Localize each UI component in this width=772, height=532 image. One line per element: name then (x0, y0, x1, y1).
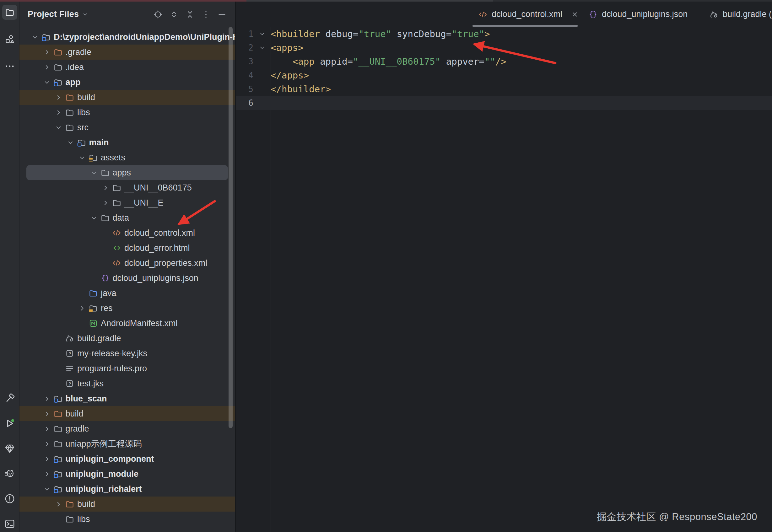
locate-file-button[interactable] (153, 10, 163, 19)
tree-item-build-gradle[interactable]: build.gradle (19, 331, 235, 346)
chevron-right-icon[interactable] (43, 455, 53, 463)
tab-build-gradle-app[interactable]: build.gradle (:app) (697, 2, 772, 27)
chevron-right-icon[interactable] (102, 184, 112, 192)
tree-item-app[interactable]: app (19, 75, 235, 90)
tree-item-dcloud-control-xml[interactable]: dcloud_control.xml (19, 225, 235, 240)
tab-label: dcloud_uniplugins.json (602, 9, 688, 19)
chevron-right-icon[interactable] (43, 425, 53, 433)
chevron-right-icon[interactable] (43, 63, 53, 71)
terminal-tool-button[interactable] (4, 518, 15, 529)
folder-module-icon (53, 469, 63, 479)
tree-item-label: .gradle (66, 47, 92, 57)
more-tool-windows-button[interactable] (4, 61, 15, 72)
chevron-right-icon[interactable] (55, 530, 65, 530)
project-view-selector[interactable]: Project Files (28, 9, 79, 19)
code-line-5[interactable]: 5</hbuilder> (236, 82, 772, 96)
chevron-down-icon[interactable] (90, 169, 100, 177)
fold-chevron-icon[interactable] (253, 30, 271, 37)
tree-item-uni-e[interactable]: __UNI__E (19, 195, 235, 210)
tree-item-androidmanifest-xml[interactable]: AndroidManifest.xml (19, 316, 235, 331)
chevron-down-icon[interactable] (43, 485, 53, 493)
tree-item-my-release-key-jks[interactable]: my-release-key.jks (19, 346, 235, 361)
tree-item-data[interactable]: data (19, 210, 235, 225)
code-text: <hbuilder debug="true" syncDebug="true"> (271, 29, 490, 39)
expand-all-button[interactable] (169, 10, 179, 19)
line-number: 2 (236, 43, 253, 52)
tree-item-dcloud-properties-xml[interactable]: dcloud_properties.xml (19, 255, 235, 271)
code-line-1[interactable]: 1<hbuilder debug="true" syncDebug="true"… (236, 27, 772, 41)
chevron-down-icon[interactable] (55, 123, 65, 132)
tree-item-idea[interactable]: .idea (19, 60, 235, 75)
chevron-right-icon[interactable] (43, 470, 53, 478)
code-line-6[interactable]: 6 (236, 96, 772, 110)
alert-circle-icon (6, 495, 14, 503)
tree-item-res[interactable]: res (19, 301, 235, 316)
chevron-right-icon[interactable] (55, 500, 65, 508)
tree-item-dcloud-error-html[interactable]: dcloud_error.html (19, 240, 235, 255)
tree-item-dcloud-uniplugins-json[interactable]: dcloud_uniplugins.json (19, 271, 235, 286)
panel-options-button[interactable] (201, 10, 211, 19)
folder-plain-icon (65, 514, 74, 524)
chevron-down-icon[interactable] (43, 78, 53, 86)
tree-item-blue-scan[interactable]: blue_scan (19, 391, 235, 406)
hide-panel-button[interactable] (217, 10, 227, 19)
tree-item-uniplugin-component[interactable]: uniplugin_component (19, 451, 235, 466)
chevron-right-icon[interactable] (43, 440, 53, 448)
code-line-4[interactable]: 4</apps> (236, 68, 772, 82)
tree-item-uniplugin-module[interactable]: uniplugin_module (19, 466, 235, 481)
tree-item-label: build (77, 499, 95, 509)
problems-tool-button[interactable] (4, 493, 15, 504)
chevron-right-icon[interactable] (43, 48, 53, 56)
tree-item-assets[interactable]: assets (19, 150, 235, 165)
resource-manager-button[interactable] (4, 34, 15, 45)
tree-item-build[interactable]: build (19, 90, 235, 105)
chevron-right-icon[interactable] (43, 395, 53, 403)
tree-item-apps[interactable]: apps (26, 165, 228, 180)
fold-chevron-icon[interactable] (253, 44, 271, 51)
tree-item-gradle[interactable]: .gradle (19, 45, 235, 60)
chevron-right-icon[interactable] (55, 108, 65, 116)
tree-item-uniplugin-richalert[interactable]: uniplugin_richalert (19, 481, 235, 497)
chevron-down-icon[interactable] (90, 214, 100, 222)
tree-item-test-jks[interactable]: test.jks (19, 376, 235, 391)
tree-item-proguard-rules-pro[interactable]: proguard-rules.pro (19, 361, 235, 376)
folder-excluded-icon (53, 409, 63, 418)
chevron-right-icon[interactable] (78, 304, 89, 312)
profiler-tool-button[interactable] (4, 443, 15, 454)
tree-item-libs[interactable]: libs (19, 512, 235, 527)
project-tree: D:\zyproject\androidUniappDemo\UniPlugin… (19, 27, 235, 530)
chevron-down-icon[interactable] (31, 33, 41, 41)
tree-item-uni-0b60175[interactable]: __UNI__0B60175 (19, 180, 235, 195)
close-tab-button[interactable] (571, 10, 579, 19)
tree-item-d-zyproject-androiduniappdemo-uniplugin-he[interactable]: D:\zyproject\androidUniappDemo\UniPlugin… (19, 30, 235, 45)
tree-item-src[interactable]: src (19, 120, 235, 135)
code-line-3[interactable]: 3 <app appid="__UNI__0B60175" appver=""/… (236, 55, 772, 68)
chevron-down-icon[interactable] (78, 153, 89, 162)
tree-item-label: dcloud_properties.xml (124, 258, 207, 268)
tree-item-gradle[interactable]: gradle (19, 421, 235, 436)
tab-dcloud-uniplugins-json[interactable]: dcloud_uniplugins.json (580, 2, 688, 27)
collapse-all-button[interactable] (185, 10, 195, 19)
tab-dcloud-control-xml[interactable]: dcloud_control.xml (471, 2, 580, 27)
chevron-right-icon[interactable] (43, 410, 53, 418)
build-tool-button[interactable] (4, 393, 15, 404)
tree-item-build[interactable]: build (19, 406, 235, 421)
chevron-right-icon[interactable] (102, 199, 112, 207)
tree-item-label: __UNI__0B60175 (124, 183, 192, 193)
tree-item-java[interactable]: java (19, 286, 235, 301)
project-tool-button[interactable] (2, 5, 17, 20)
logcat-tool-button[interactable] (4, 468, 15, 479)
expand-all-icon (172, 12, 175, 17)
tree-item-build[interactable]: build (19, 497, 235, 512)
tree-item-partial-33[interactable] (19, 527, 235, 530)
tree-item-main[interactable]: main (19, 135, 235, 150)
run-tool-button[interactable] (4, 418, 15, 429)
code-line-2[interactable]: 2<apps> (236, 41, 772, 55)
tree-scrollbar[interactable] (229, 27, 233, 428)
tree-item-uniapp示例工程源码[interactable]: uniapp示例工程源码 (19, 436, 235, 451)
tree-item-libs[interactable]: libs (19, 105, 235, 120)
code-editor[interactable]: 1<hbuilder debug="true" syncDebug="true"… (236, 27, 772, 532)
chevron-right-icon[interactable] (55, 93, 65, 101)
folder-plain-icon (53, 62, 63, 72)
chevron-down-icon[interactable] (67, 138, 77, 147)
